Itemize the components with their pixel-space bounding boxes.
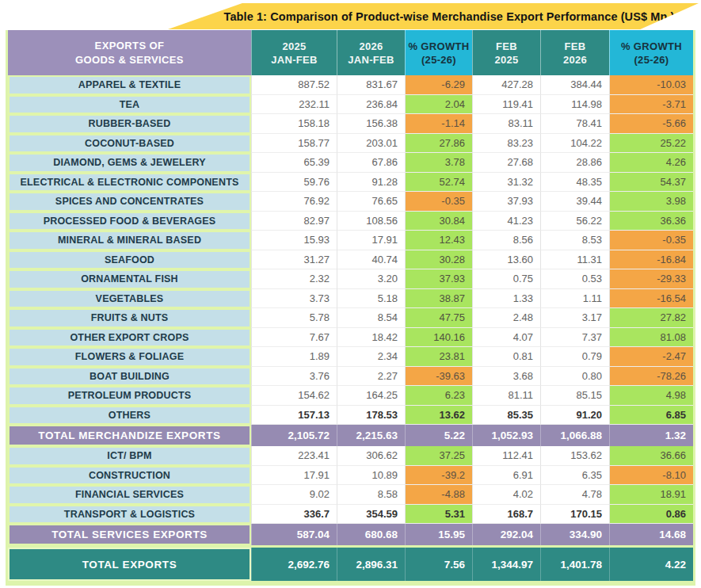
row-label: ICT/ BPM xyxy=(8,446,251,466)
value-cell: 3.73 xyxy=(251,289,337,309)
value-cell: 1,052.93 xyxy=(472,425,540,446)
table-row: FLOWERS & FOLIAGE1.892.3423.810.810.79-2… xyxy=(8,347,693,367)
value-cell: 28.86 xyxy=(540,153,609,173)
value-cell: 40.74 xyxy=(337,250,405,270)
value-cell: 2.48 xyxy=(472,308,540,328)
table-row: VEGETABLES3.735.1838.871.331.11-16.54 xyxy=(8,289,693,309)
value-cell: 14.68 xyxy=(609,524,693,545)
growth-cell: -2.47 xyxy=(609,347,693,367)
header-feb-2026: FEB 2026 xyxy=(540,30,609,75)
row-label: APPAREL & TEXTILE xyxy=(8,75,251,95)
table-row: TOTAL SERVICES EXPORTS587.04680.6815.952… xyxy=(8,524,693,545)
growth-cell: -10.03 xyxy=(609,75,693,95)
header-line: JAN-FEB xyxy=(348,53,394,67)
row-label: RUBBER-BASED xyxy=(8,114,251,134)
growth-cell: -6.29 xyxy=(405,75,472,95)
value-cell: 6.91 xyxy=(472,466,540,486)
growth-cell: 4.98 xyxy=(609,386,693,406)
row-label: CONSTRUCTION xyxy=(8,466,251,486)
table-row: FRUITS & NUTS5.788.5447.752.483.1727.82 xyxy=(8,308,693,328)
value-cell: 887.52 xyxy=(251,75,337,95)
header-line: (25-26) xyxy=(634,53,669,67)
value-cell: 3.17 xyxy=(540,308,609,328)
growth-cell: -39.2 xyxy=(405,466,472,486)
value-cell: 85.35 xyxy=(472,406,540,426)
value-cell: 2.32 xyxy=(251,269,337,289)
value-cell: 354.59 xyxy=(337,505,405,525)
value-cell: 157.13 xyxy=(251,406,337,426)
growth-cell: -39.63 xyxy=(405,367,472,387)
row-label: TOTAL SERVICES EXPORTS xyxy=(8,524,251,545)
growth-cell: 27.86 xyxy=(405,134,472,154)
value-cell: 78.41 xyxy=(540,114,609,134)
value-cell: 31.32 xyxy=(472,173,540,193)
value-cell: 2.34 xyxy=(337,347,405,367)
value-cell: 83.11 xyxy=(472,114,540,134)
growth-cell: 23.81 xyxy=(405,347,472,367)
growth-cell: 37.25 xyxy=(405,446,472,466)
value-cell: 2,692.76 xyxy=(251,548,337,581)
value-cell: 0.80 xyxy=(540,367,609,387)
value-cell: 37.93 xyxy=(472,192,540,212)
value-cell: 112.41 xyxy=(472,446,540,466)
value-cell: 336.7 xyxy=(251,505,337,525)
value-cell: 17.91 xyxy=(251,466,337,486)
row-label: FRUITS & NUTS xyxy=(8,308,251,328)
growth-cell: 6.23 xyxy=(405,386,472,406)
value-cell: 13.60 xyxy=(472,250,540,270)
header-line: 2025 xyxy=(282,40,306,53)
header-feb-2025: FEB 2025 xyxy=(472,30,540,75)
growth-cell: 18.91 xyxy=(609,485,693,505)
table-header-row: EXPORTS OF GOODS & SERVICES 2025 JAN-FEB… xyxy=(8,30,693,75)
table-row: TOTAL EXPORTS2,692.762,896.317.561,344.9… xyxy=(8,545,693,581)
table-row: DIAMOND, GEMS & JEWELERY65.3967.863.7827… xyxy=(8,153,693,173)
value-cell: 11.31 xyxy=(540,250,609,270)
growth-cell: 140.16 xyxy=(405,328,472,348)
growth-cell: 37.93 xyxy=(405,269,472,289)
value-cell: 178.53 xyxy=(337,406,405,426)
row-label: TRANSPORT & LOGISTICS xyxy=(8,505,251,525)
header-percent-growth-feb: % GROWTH (25-26) xyxy=(609,30,693,75)
value-cell: 203.01 xyxy=(337,134,405,154)
table-row: ORNAMENTAL FISH2.323.2037.930.750.53-29.… xyxy=(8,269,693,289)
value-cell: 17.91 xyxy=(337,231,405,250)
value-cell: 15.93 xyxy=(251,231,337,250)
value-cell: 156.38 xyxy=(337,114,405,134)
table-row: FINANCIAL SERVICES9.028.58-4.884.024.781… xyxy=(8,485,693,505)
growth-cell: 6.85 xyxy=(609,406,693,426)
table-row: OTHERS157.13178.5313.6285.3591.206.85 xyxy=(8,406,693,426)
growth-cell: -29.33 xyxy=(609,269,693,289)
growth-cell: 36.36 xyxy=(609,212,693,231)
value-cell: 384.44 xyxy=(540,75,609,95)
value-cell: 1,401.78 xyxy=(540,548,609,581)
row-label: OTHERS xyxy=(8,406,251,426)
value-cell: 9.02 xyxy=(251,485,337,505)
table-row: SPICES AND CONCENTRATES76.9276.65-0.3537… xyxy=(8,192,693,212)
value-cell: 4.22 xyxy=(609,548,693,581)
value-cell: 2.27 xyxy=(337,367,405,387)
value-cell: 168.7 xyxy=(472,505,540,525)
value-cell: 76.65 xyxy=(337,192,405,212)
table-row: PROCESSED FOOD & BEVERAGES82.97108.5630.… xyxy=(8,212,693,231)
value-cell: 1.32 xyxy=(609,425,693,446)
header-line: JAN-FEB xyxy=(271,53,317,67)
value-cell: 1,344.97 xyxy=(472,548,540,581)
value-cell: 10.89 xyxy=(337,466,405,486)
header-2026-jan-feb: 2026 JAN-FEB xyxy=(337,30,405,75)
header-line: (25-26) xyxy=(421,53,456,67)
growth-cell: 38.87 xyxy=(405,289,472,309)
row-label: OTHER EXPORT CROPS xyxy=(8,328,251,348)
value-cell: 114.98 xyxy=(540,95,609,115)
growth-cell: -78.26 xyxy=(609,367,693,387)
value-cell: 85.15 xyxy=(540,386,609,406)
table-row: COCONUT-BASED158.77203.0127.8683.23104.2… xyxy=(8,134,693,154)
header-line: EXPORTS OF xyxy=(95,39,165,53)
value-cell: 3.68 xyxy=(472,367,540,387)
value-cell: 8.58 xyxy=(337,485,405,505)
table-row: MINERAL & MINERAL BASED15.9317.9112.438.… xyxy=(8,231,693,250)
value-cell: 0.75 xyxy=(472,269,540,289)
table-rows: APPAREL & TEXTILE887.52831.67-6.29427.28… xyxy=(8,75,693,581)
value-cell: 164.25 xyxy=(337,386,405,406)
growth-cell: 12.43 xyxy=(405,231,472,250)
value-cell: 8.56 xyxy=(472,231,540,250)
